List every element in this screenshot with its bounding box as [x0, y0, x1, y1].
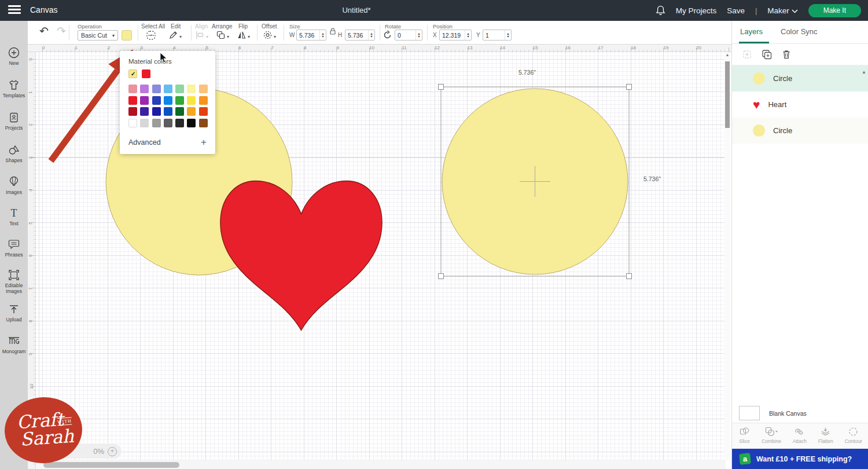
stepper-icon[interactable]: [368, 30, 374, 40]
selected-color-chip[interactable]: [122, 30, 132, 41]
scroll-up-icon[interactable]: ▲: [724, 52, 730, 58]
color-swatch[interactable]: [175, 119, 184, 127]
position-y-input[interactable]: 1: [483, 30, 512, 41]
editable-images-icon: [8, 269, 20, 281]
combine-button[interactable]: Combine: [762, 426, 781, 449]
rotate-label: Rotate: [385, 23, 401, 30]
sidebar-item-shapes[interactable]: Shapes: [0, 144, 28, 164]
horizontal-scroll-thumb[interactable]: [43, 462, 179, 468]
sidebar-item-templates[interactable]: Templates: [0, 79, 28, 99]
advanced-link[interactable]: Advanced: [128, 138, 161, 146]
tab-color-sync[interactable]: Color Sync: [781, 27, 818, 36]
my-projects-link[interactable]: My Projects: [676, 6, 717, 15]
make-it-button[interactable]: Make It: [808, 4, 861, 17]
color-swatch[interactable]: [128, 96, 137, 105]
color-swatch[interactable]: [152, 107, 161, 116]
color-swatch[interactable]: [199, 107, 208, 116]
ungroup-icon[interactable]: [741, 49, 753, 63]
color-swatch[interactable]: [128, 85, 137, 93]
color-swatch[interactable]: [140, 85, 149, 93]
slice-button[interactable]: Slice: [739, 426, 750, 449]
promo-banner[interactable]: a Want £10 + FREE shipping?: [732, 449, 868, 469]
ruler-number: 4: [173, 45, 175, 50]
add-color-icon[interactable]: +: [201, 137, 207, 148]
vertical-scrollbar[interactable]: ▲: [724, 52, 730, 460]
selected-color-swatch[interactable]: [142, 69, 150, 78]
edit-pencil-icon[interactable]: [168, 30, 182, 43]
lock-icon[interactable]: [329, 27, 337, 38]
delete-icon[interactable]: [781, 49, 792, 63]
rotate-input[interactable]: 0: [395, 30, 422, 41]
sidebar-item-monogram[interactable]: Monogram: [0, 335, 28, 355]
flatten-button[interactable]: Flatten: [818, 426, 833, 449]
color-swatch[interactable]: [199, 85, 208, 93]
redo-icon[interactable]: ↷: [57, 25, 66, 37]
sidebar-item-editable-images[interactable]: Editable Images: [0, 269, 28, 295]
document-title[interactable]: Untitled*: [328, 6, 385, 14]
sidebar-item-projects[interactable]: Projects: [0, 111, 28, 131]
contour-button[interactable]: Contour: [845, 426, 862, 449]
panel-scroll-up-icon[interactable]: ▲: [862, 69, 866, 75]
rotate-icon[interactable]: [382, 30, 392, 43]
color-swatch[interactable]: [152, 85, 161, 93]
canvas-menu-label[interactable]: Canvas: [30, 5, 57, 14]
menu-icon[interactable]: [8, 5, 21, 16]
vertical-scroll-thumb[interactable]: [725, 61, 730, 128]
color-swatch[interactable]: [199, 96, 208, 105]
color-swatch[interactable]: [140, 96, 149, 105]
height-input[interactable]: 5.736: [345, 30, 375, 41]
save-link[interactable]: Save: [727, 6, 745, 15]
bell-icon[interactable]: [656, 5, 665, 16]
attach-button[interactable]: Attach: [793, 426, 807, 449]
cashback-icon: a: [739, 453, 751, 465]
color-swatch[interactable]: [164, 119, 172, 127]
stepper-icon[interactable]: [465, 30, 471, 40]
color-swatch[interactable]: [187, 119, 196, 127]
layer-row-circle-2[interactable]: Circle: [732, 118, 868, 144]
position-x-input[interactable]: 12.319: [439, 30, 472, 41]
color-swatch[interactable]: [175, 107, 184, 116]
color-swatch[interactable]: [140, 107, 149, 116]
color-swatch[interactable]: [199, 119, 208, 127]
zoom-in-icon[interactable]: +: [108, 447, 117, 456]
layer-row-circle-1[interactable]: Circle: [732, 65, 868, 91]
sidebar-item-text[interactable]: T Text: [0, 207, 28, 227]
flip-icon[interactable]: [237, 30, 250, 43]
operation-select[interactable]: Basic Cut▾: [78, 30, 118, 41]
stepper-icon[interactable]: [319, 30, 326, 40]
offset-icon[interactable]: [263, 30, 276, 43]
color-swatch[interactable]: [164, 96, 172, 105]
stepper-icon[interactable]: [505, 30, 511, 40]
color-swatch[interactable]: [164, 107, 172, 116]
align-icon[interactable]: [195, 30, 208, 43]
select-all-icon[interactable]: [146, 30, 156, 43]
color-swatch[interactable]: [140, 119, 149, 127]
color-swatch[interactable]: [164, 85, 172, 93]
chevron-down-icon: [792, 9, 798, 13]
color-swatch[interactable]: [128, 107, 137, 116]
blank-canvas-row[interactable]: Blank Canvas: [732, 404, 868, 423]
machine-selector[interactable]: Maker: [767, 6, 797, 15]
stepper-icon[interactable]: [415, 30, 422, 40]
arrange-icon[interactable]: [216, 30, 229, 43]
color-swatch[interactable]: [187, 107, 196, 116]
selected-color-swatch[interactable]: [128, 69, 137, 78]
tab-layers[interactable]: Layers: [740, 27, 763, 36]
sidebar-item-phrases[interactable]: Phrases: [0, 238, 28, 258]
horizontal-scrollbar[interactable]: [36, 460, 726, 469]
layer-row-heart[interactable]: ♥ Heart: [732, 91, 868, 118]
sidebar-item-new[interactable]: New: [0, 46, 28, 67]
sidebar-item-images[interactable]: Images: [0, 175, 28, 196]
color-swatch[interactable]: [128, 119, 137, 127]
color-swatch[interactable]: [152, 119, 161, 127]
color-swatch[interactable]: [152, 96, 161, 105]
width-input[interactable]: 5.736: [296, 30, 326, 41]
color-swatch[interactable]: [175, 96, 184, 105]
undo-icon[interactable]: ↶: [39, 25, 49, 37]
svg-text:T: T: [11, 207, 17, 219]
color-swatch[interactable]: [187, 96, 196, 105]
color-swatch[interactable]: [187, 85, 196, 93]
duplicate-icon[interactable]: [761, 49, 773, 63]
color-swatch[interactable]: [175, 85, 184, 93]
sidebar-item-upload[interactable]: Upload: [0, 303, 28, 323]
